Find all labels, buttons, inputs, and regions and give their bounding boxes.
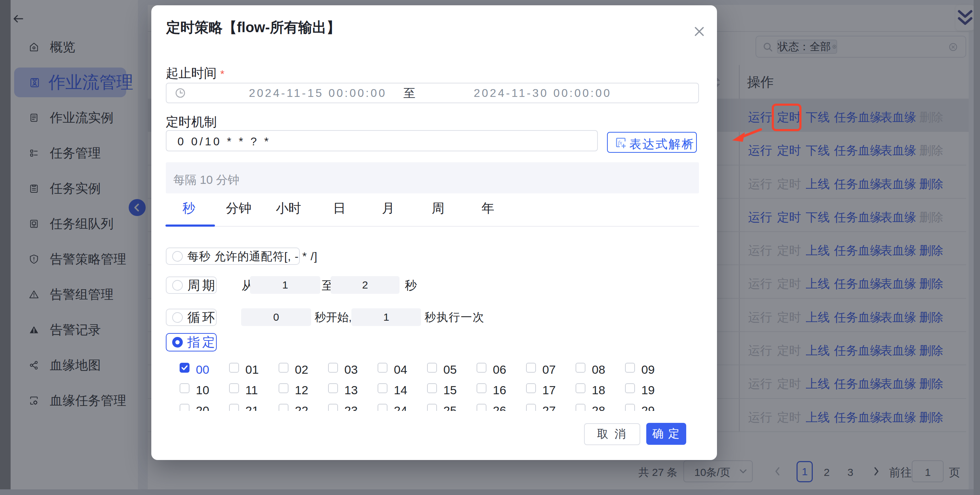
svg-text:fx: fx xyxy=(618,140,622,146)
